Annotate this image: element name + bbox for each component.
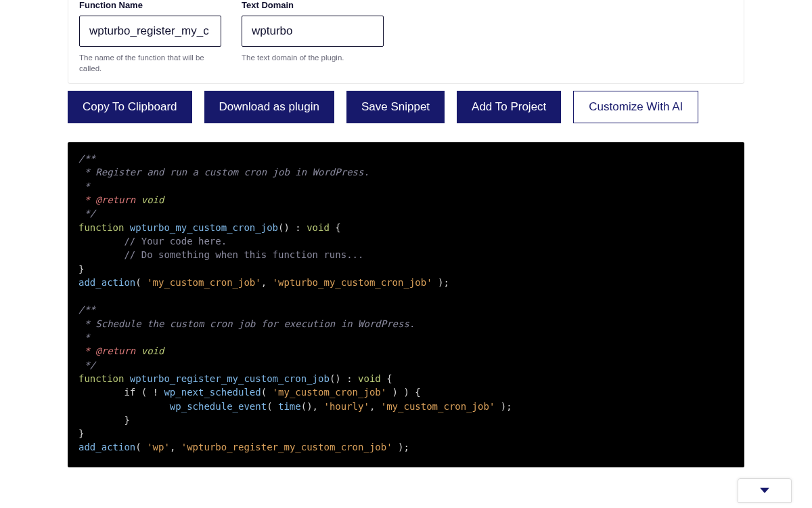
code-text: { <box>330 222 341 233</box>
text-domain-help: The text domain of the plugin. <box>242 52 384 63</box>
code-text: ( <box>261 387 273 398</box>
text-domain-input[interactable] <box>242 16 384 47</box>
copy-to-clipboard-button[interactable]: Copy To Clipboard <box>68 91 192 123</box>
code-text: 'hourly' <box>323 401 369 412</box>
customize-with-ai-button[interactable]: Customize With AI <box>573 91 698 123</box>
code-text: */ <box>78 208 95 219</box>
field-text-domain: Text Domain The text domain of the plugi… <box>242 0 384 74</box>
code-text: add_action <box>78 277 135 288</box>
code-text: ( <box>135 442 147 452</box>
code-text: // Your code here. <box>78 236 227 247</box>
form-card: Function Name The name of the function t… <box>68 0 744 84</box>
code-text: void <box>307 222 330 233</box>
code-text: , <box>261 277 273 288</box>
code-text: function <box>78 373 124 384</box>
download-as-plugin-button[interactable]: Download as plugin <box>204 91 334 123</box>
code-text <box>78 401 170 412</box>
code-text: ( <box>135 277 147 288</box>
code-text: , <box>170 442 181 452</box>
code-text: void <box>358 373 381 384</box>
code-text: ) ) { <box>386 387 421 398</box>
code-text: * Schedule the custom cron job for execu… <box>78 318 415 329</box>
code-text: () : <box>278 222 307 233</box>
code-text: * @return <box>78 194 135 205</box>
code-text: * @return <box>78 345 135 356</box>
code-text: * Register and run a custom cron job in … <box>78 167 369 177</box>
code-text: ); <box>495 401 512 412</box>
function-name-input[interactable] <box>79 16 221 47</box>
code-text: 'wpturbo_my_custom_cron_job' <box>273 277 432 288</box>
code-text: wpturbo_register_my_custom_cron_job <box>124 373 329 384</box>
code-text: wp_next_scheduled <box>164 387 261 398</box>
dropdown-widget[interactable] <box>738 478 792 503</box>
code-text: 'my_custom_cron_job' <box>273 387 387 398</box>
code-text: /** <box>78 153 95 164</box>
text-domain-label: Text Domain <box>242 0 384 10</box>
code-text: add_action <box>78 442 135 452</box>
code-text: * <box>78 181 90 192</box>
code-panel: /** * Register and run a custom cron job… <box>68 142 744 467</box>
code-text: 'wp' <box>147 442 170 452</box>
chevron-down-icon <box>760 488 769 493</box>
code-text: * <box>78 332 90 343</box>
code-text: /** <box>78 304 95 315</box>
code-text: function <box>78 222 124 233</box>
code-text: 'wpturbo_register_my_custom_cron_job' <box>181 442 392 452</box>
add-to-project-button[interactable]: Add To Project <box>457 91 561 123</box>
code-text: void <box>135 194 164 205</box>
save-snippet-button[interactable]: Save Snippet <box>346 91 445 123</box>
code-text: (), <box>301 401 324 412</box>
code-text: , <box>369 401 381 412</box>
function-name-label: Function Name <box>79 0 221 10</box>
code-text: wp_schedule_event <box>170 401 267 412</box>
code-text: ( <box>267 401 278 412</box>
form-row: Function Name The name of the function t… <box>79 0 733 74</box>
code-text: ); <box>392 442 409 452</box>
code-text: wpturbo_my_custom_cron_job <box>124 222 278 233</box>
code-text: time <box>278 401 301 412</box>
code-text: 'my_custom_cron_job' <box>147 277 261 288</box>
button-row: Copy To Clipboard Download as plugin Sav… <box>68 91 744 123</box>
code-text: } <box>78 263 84 274</box>
function-name-help: The name of the function that will be ca… <box>79 52 221 74</box>
code-text: { <box>381 373 392 384</box>
code-text: } <box>78 415 130 425</box>
field-function-name: Function Name The name of the function t… <box>79 0 221 74</box>
code-text: () : <box>330 373 358 384</box>
code-text: if ( ! <box>78 387 164 398</box>
code-text: 'my_custom_cron_job' <box>381 401 495 412</box>
code-text: } <box>78 428 84 439</box>
code-text: void <box>135 345 164 356</box>
code-text: */ <box>78 360 95 371</box>
code-text: // Do something when this function runs.… <box>78 249 363 260</box>
code-text: ); <box>432 277 449 288</box>
